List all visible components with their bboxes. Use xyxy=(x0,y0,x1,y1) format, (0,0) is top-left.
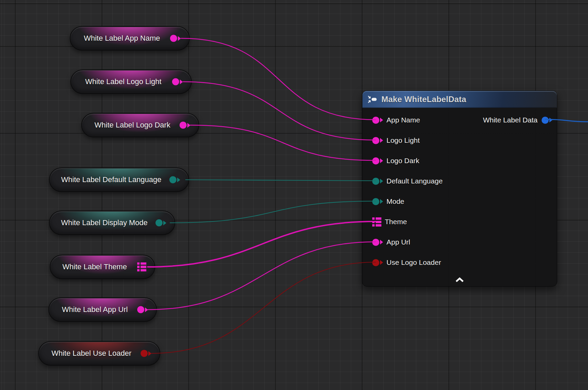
node-white-label-logo-dark[interactable]: White Label Logo Dark xyxy=(81,113,199,137)
pin-arrow-icon xyxy=(178,36,181,41)
pin-circle xyxy=(542,117,549,124)
input-row-app-url: App Url xyxy=(362,232,557,252)
output-pin-string[interactable] xyxy=(180,122,190,129)
node-white-label-app-name[interactable]: White Label App Name xyxy=(70,26,190,51)
node-label: White Label Display Mode xyxy=(61,218,148,227)
pin-circle xyxy=(169,176,176,183)
node-white-label-default-language[interactable]: White Label Default Language xyxy=(49,168,189,192)
node-make-whitelabeldata[interactable]: Make WhiteLabelData App Name Logo Light … xyxy=(362,91,557,287)
pin-label: Default Language xyxy=(386,177,443,185)
wire-app-url[interactable] xyxy=(148,242,376,310)
node-title: Make WhiteLabelData xyxy=(381,95,466,104)
pin-label: Logo Light xyxy=(386,136,420,144)
output-row-white-label-data: White Label Data xyxy=(483,110,557,130)
node-label: White Label Use Loader xyxy=(51,349,131,358)
collapse-pins-button[interactable] xyxy=(452,275,467,284)
output-pin-struct[interactable] xyxy=(137,262,146,272)
pin-arrow-icon xyxy=(380,199,383,204)
pin-arrow-icon xyxy=(380,240,383,245)
pin-arrow-icon xyxy=(177,177,180,182)
wire-display-mode[interactable] xyxy=(170,201,376,223)
output-pin-enum[interactable] xyxy=(169,176,180,183)
node-white-label-logo-light[interactable]: White Label Logo Light xyxy=(70,70,192,94)
output-pin-enum[interactable] xyxy=(155,219,166,227)
output-pin-string[interactable] xyxy=(137,306,148,313)
input-row-theme: Theme xyxy=(362,212,557,232)
node-label: White Label Logo Dark xyxy=(94,121,170,130)
node-white-label-app-url[interactable]: White Label App Url xyxy=(48,297,157,322)
pin-label: Use Logo Loader xyxy=(386,258,441,267)
pin-label: White Label Data xyxy=(483,116,538,124)
pin-arrow-icon xyxy=(380,138,383,143)
node-label: White Label App Url xyxy=(62,305,128,314)
input-row-mode: Mode xyxy=(362,191,557,212)
node-white-label-theme[interactable]: White Label Theme xyxy=(50,255,155,279)
node-white-label-display-mode[interactable]: White Label Display Mode xyxy=(49,211,175,235)
pin-label: Mode xyxy=(386,197,404,206)
wire-app-name[interactable] xyxy=(181,38,376,120)
node-label: White Label Theme xyxy=(62,262,127,271)
output-pin-string[interactable] xyxy=(172,78,183,85)
pin-arrow-icon xyxy=(145,307,148,312)
pin-circle xyxy=(180,122,187,129)
pin-arrow-icon xyxy=(148,351,151,356)
pin-label: App Url xyxy=(386,238,410,246)
wire-logo-light[interactable] xyxy=(183,82,376,140)
struct-grid-icon xyxy=(137,262,146,272)
pin-arrow-icon xyxy=(380,179,383,183)
node-header[interactable]: Make WhiteLabelData xyxy=(362,91,557,108)
make-struct-icon xyxy=(367,95,377,104)
pin-arrow-icon xyxy=(187,123,190,128)
pin-arrow-icon xyxy=(380,158,383,163)
input-row-default-language: Default Language xyxy=(362,171,557,191)
pin-circle xyxy=(155,219,163,227)
output-pin-struct[interactable] xyxy=(542,117,552,124)
pin-circle xyxy=(170,35,177,42)
output-pin-string[interactable] xyxy=(170,35,181,42)
pin-circle xyxy=(172,78,179,85)
pin-circle xyxy=(141,350,148,357)
node-white-label-use-loader[interactable]: White Label Use Loader xyxy=(38,341,160,366)
pin-arrow-icon xyxy=(380,118,383,122)
blueprint-graph-canvas[interactable]: White Label App Name White Label Logo Li… xyxy=(0,0,588,390)
pin-label: Theme xyxy=(385,218,407,226)
input-row-logo-dark: Logo Dark xyxy=(362,151,557,171)
pin-arrow-icon xyxy=(380,260,383,265)
pin-label: App Name xyxy=(386,116,420,124)
node-label: White Label Logo Light xyxy=(85,77,161,86)
pin-label: Logo Dark xyxy=(386,157,419,165)
chevron-up-icon xyxy=(455,277,464,282)
input-row-logo-light: Logo Light xyxy=(362,130,557,151)
pin-arrow-icon xyxy=(163,220,166,225)
pin-circle xyxy=(137,306,144,313)
wire-use-loader[interactable] xyxy=(151,262,376,353)
pin-arrow-icon xyxy=(549,118,552,122)
wire-default-language[interactable] xyxy=(186,180,376,181)
node-label: White Label App Name xyxy=(84,34,160,43)
wire-logo-dark[interactable] xyxy=(190,125,376,160)
input-row-use-logo-loader: Use Logo Loader xyxy=(362,252,557,273)
pin-arrow-icon xyxy=(180,79,183,84)
node-label: White Label Default Language xyxy=(61,175,162,184)
output-pin-bool[interactable] xyxy=(141,350,151,357)
